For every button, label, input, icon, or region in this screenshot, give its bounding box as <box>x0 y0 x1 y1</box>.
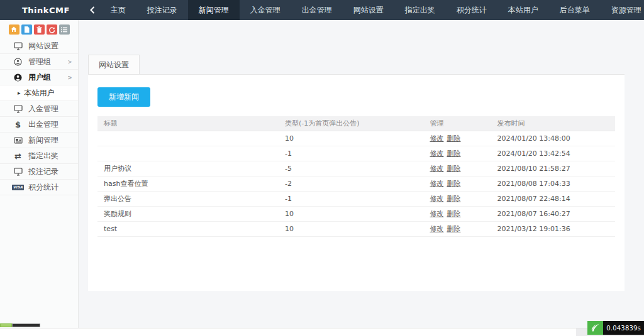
sidebar-item-bet-records[interactable]: 投注记录 <box>0 164 78 180</box>
edit-link[interactable]: 修改 <box>430 210 443 218</box>
delete-link[interactable]: 删除 <box>447 149 460 158</box>
delete-link[interactable]: 删除 <box>447 210 460 218</box>
tab-site-settings[interactable]: 网站设置 <box>88 55 140 74</box>
cell-manage: 修改删除 <box>423 222 491 237</box>
sidebar-item-label: 本站用户 <box>25 88 55 99</box>
table-row: hash查看位置 -2 修改删除 2021/08/08 17:04:33 <box>97 176 615 192</box>
sidebar-item-label: 投注记录 <box>28 166 58 177</box>
recycle-icon[interactable] <box>47 24 57 35</box>
sidebar-item-site-users[interactable]: ▸ 本站用户 <box>0 85 78 101</box>
horizontal-scrollbar-thumb[interactable] <box>0 328 576 336</box>
trash-icon[interactable] <box>34 24 45 35</box>
topnav-item-points-stats[interactable]: 积分统计 <box>446 0 497 20</box>
topnav-item-site-users[interactable]: 本站用户 <box>497 0 549 20</box>
edit-link[interactable]: 修改 <box>430 165 443 173</box>
cell-title: test <box>97 222 279 237</box>
table-row: 10 修改删除 2024/01/20 13:48:00 <box>97 131 615 146</box>
cell-manage: 修改删除 <box>423 161 491 176</box>
dollar-icon: $ <box>13 120 23 129</box>
cell-manage: 修改删除 <box>423 176 491 192</box>
col-header-type: 类型(-1为首页弹出公告) <box>279 116 423 131</box>
edit-link[interactable]: 修改 <box>430 225 443 233</box>
main-content: 网站设置 新增新闻 标题 类型(-1为首页弹出公告) 管理 发布时间 10 修改… <box>79 20 644 336</box>
edit-link[interactable]: 修改 <box>430 180 443 188</box>
cell-type: -2 <box>279 176 423 192</box>
visa-card-icon: VISA <box>13 185 23 190</box>
sidebar-item-admin-group[interactable]: 管理组 > <box>0 54 78 70</box>
news-table: 标题 类型(-1为首页弹出公告) 管理 发布时间 10 修改删除 2024/01… <box>97 116 615 237</box>
table-row: -1 修改删除 2024/01/20 13:42:54 <box>97 146 615 161</box>
edit-link[interactable]: 修改 <box>430 149 443 158</box>
sidebar-item-assigned-prize[interactable]: ⇄ 指定出奖 <box>0 148 78 164</box>
topnav-item-admin-menu[interactable]: 后台菜单 <box>549 0 601 20</box>
delete-link[interactable]: 删除 <box>447 134 460 143</box>
cell-title: hash查看位置 <box>97 176 279 192</box>
cell-published: 2021/08/07 22:48:14 <box>491 192 615 207</box>
exchange-icon: ⇄ <box>13 152 23 160</box>
cell-manage: 修改删除 <box>423 192 491 207</box>
cell-type: 10 <box>279 131 423 146</box>
topnav-item-news-management[interactable]: 新闻管理 <box>188 0 240 20</box>
cell-title: 弹出公告 <box>97 192 279 207</box>
edit-link[interactable]: 修改 <box>430 195 443 203</box>
cell-type: -1 <box>279 146 423 161</box>
thinkphp-logo-icon <box>587 321 603 335</box>
sidebar-item-points-stats[interactable]: VISA 积分统计 <box>0 180 78 195</box>
add-news-button[interactable]: 新增新闻 <box>97 87 150 107</box>
exec-time-badge[interactable]: 0.043839s <box>587 321 644 335</box>
topnav-item-withdrawal[interactable]: 出金管理 <box>291 0 343 20</box>
table-row: 用户协议 -5 修改删除 2021/08/10 21:58:27 <box>97 161 615 176</box>
cell-published: 2021/08/07 16:40:27 <box>491 207 615 222</box>
delete-link[interactable]: 删除 <box>447 225 460 233</box>
chevron-right-icon: > <box>68 74 72 81</box>
topnav-item-site-settings[interactable]: 网站设置 <box>343 0 394 20</box>
table-header-row: 标题 类型(-1为首页弹出公告) 管理 发布时间 <box>97 116 615 131</box>
quick-actions <box>0 20 78 38</box>
horizontal-scrollbar-track[interactable] <box>0 328 644 336</box>
sidebar-item-site-settings[interactable]: 网站设置 <box>0 38 78 54</box>
table-row: 奖励规则 10 修改删除 2021/08/07 16:40:27 <box>97 207 615 222</box>
trace-progress-dark <box>12 323 40 327</box>
sidebar-item-label: 新闻管理 <box>28 135 58 146</box>
delete-link[interactable]: 删除 <box>447 195 460 203</box>
monitor-icon <box>13 105 23 113</box>
sidebar-item-label: 管理组 <box>28 57 51 67</box>
sidebar-item-user-group[interactable]: 用户组 > <box>0 70 78 85</box>
col-header-manage: 管理 <box>423 116 491 131</box>
file-icon[interactable] <box>21 24 32 35</box>
sidebar-item-withdrawal[interactable]: $ 出金管理 <box>0 117 78 133</box>
sidebar-item-label: 出金管理 <box>28 119 58 130</box>
cell-published: 2021/08/08 17:04:33 <box>491 176 615 192</box>
newspaper-icon <box>13 137 23 144</box>
cell-published: 2024/01/20 13:42:54 <box>491 146 615 161</box>
topnav-item-resources[interactable]: 资源管理 <box>601 0 644 20</box>
topbar: ThinkCMF 主页 投注记录 新闻管理 入金管理 出金管理 网站设置 指定出… <box>0 0 644 20</box>
table-row: 弹出公告 -1 修改删除 2021/08/07 22:48:14 <box>97 192 615 207</box>
sidebar-item-label: 入金管理 <box>28 104 58 114</box>
sidebar-item-label: 网站设置 <box>28 41 58 51</box>
list-icon[interactable] <box>59 24 70 35</box>
edit-link[interactable]: 修改 <box>430 134 443 143</box>
sidebar-item-label: 用户组 <box>28 72 51 83</box>
cell-title: 用户协议 <box>97 161 279 176</box>
nav-scroll-left-button[interactable] <box>85 0 100 20</box>
topnav-item-home[interactable]: 主页 <box>100 0 136 20</box>
topnav-item-assigned-prize[interactable]: 指定出奖 <box>394 0 446 20</box>
chevron-left-icon <box>90 6 95 14</box>
app-logo[interactable]: ThinkCMF <box>0 0 85 20</box>
col-header-publish: 发布时间 <box>491 116 615 131</box>
sidebar-item-deposit[interactable]: 入金管理 <box>0 101 78 117</box>
cell-type: 10 <box>279 207 423 222</box>
cell-manage: 修改删除 <box>423 131 491 146</box>
delete-link[interactable]: 删除 <box>447 180 460 188</box>
topnav-item-bet-records[interactable]: 投注记录 <box>136 0 188 20</box>
trace-progress-green <box>0 323 12 327</box>
cell-manage: 修改删除 <box>423 207 491 222</box>
home-icon[interactable] <box>9 24 19 35</box>
cell-title <box>97 131 279 146</box>
col-header-title: 标题 <box>97 116 279 131</box>
delete-link[interactable]: 删除 <box>447 165 460 173</box>
topnav-item-deposit[interactable]: 入金管理 <box>240 0 291 20</box>
sidebar-item-news[interactable]: 新闻管理 <box>0 133 78 148</box>
user-circle-icon <box>13 58 23 66</box>
